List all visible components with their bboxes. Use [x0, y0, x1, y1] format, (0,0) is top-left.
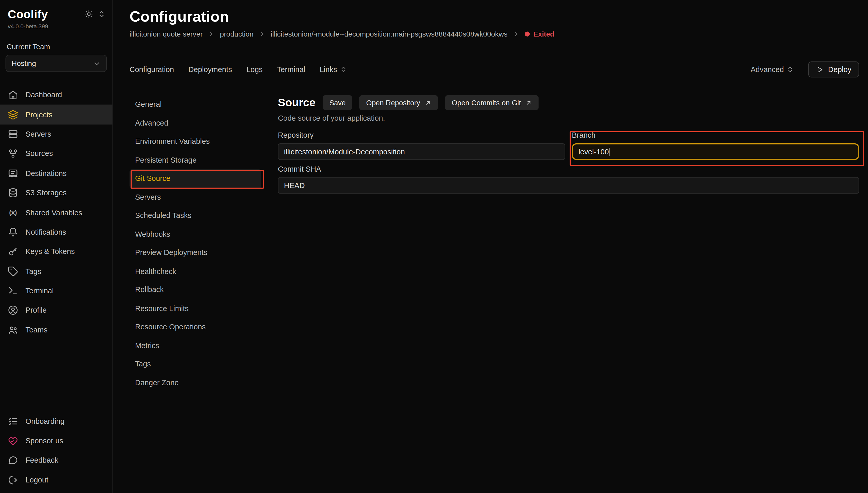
settings-item-healthcheck[interactable]: Healthcheck	[129, 262, 261, 280]
screenshot-stage: Coolify v4.0.0-beta.399 Current Team Hos…	[0, 0, 868, 493]
layers-icon	[8, 109, 18, 120]
open-commits-button[interactable]: Open Commits on Git	[445, 95, 538, 110]
team-select[interactable]: Hosting	[6, 55, 107, 72]
settings-item-webhooks[interactable]: Webhooks	[129, 225, 261, 243]
settings-item-preview-deployments[interactable]: Preview Deployments	[129, 243, 261, 262]
branch-field: Branch level-100	[572, 131, 859, 160]
settings-item-environment-variables[interactable]: Environment Variables	[129, 132, 261, 151]
tab-logs[interactable]: Logs	[246, 65, 262, 73]
settings-item-general[interactable]: General	[129, 95, 261, 114]
page-title: Configuration	[129, 0, 859, 26]
repository-label: Repository	[278, 131, 565, 140]
settings-item-resource-operations[interactable]: Resource Operations	[129, 318, 261, 336]
breadcrumb-project[interactable]: illicitonion quote server	[129, 30, 203, 38]
list-checks-icon	[8, 416, 18, 426]
external-link-icon	[424, 99, 431, 106]
chevron-down-icon	[93, 60, 101, 67]
settings-item-servers[interactable]: Servers	[129, 188, 261, 206]
save-button[interactable]: Save	[322, 95, 352, 110]
sidebar-item-label: Projects	[25, 110, 52, 119]
sidebar-footer-nav: Onboarding Sponsor us Feedback Logout	[0, 411, 112, 493]
sidebar-item-shared-variables[interactable]: (x) Shared Variables	[0, 203, 112, 222]
source-form: Repository Branch level-100 Commit SHA	[278, 131, 859, 194]
sidebar-item-label: Shared Variables	[25, 209, 82, 217]
settings-item-tags[interactable]: Tags	[129, 355, 261, 373]
sidebar-item-label: Feedback	[25, 456, 59, 465]
branch-input[interactable]: level-100	[572, 143, 859, 160]
settings-item-scheduled-tasks[interactable]: Scheduled Tasks	[129, 206, 261, 225]
sidebar-item-label: Onboarding	[25, 417, 65, 425]
sidebar-item-label: Teams	[25, 326, 48, 334]
sidebar-item-dashboard[interactable]: Dashboard	[0, 85, 112, 105]
settings-item-advanced[interactable]: Advanced	[129, 114, 261, 132]
status-badge: Exited	[525, 30, 554, 38]
logout-icon	[8, 475, 18, 485]
users-icon	[8, 325, 18, 335]
sidebar-item-label: Sources	[25, 150, 53, 158]
sidebar-item-label: Tags	[25, 267, 41, 275]
tab-links[interactable]: Links	[320, 65, 347, 73]
repository-field: Repository	[278, 131, 565, 160]
app-logo: Coolify	[8, 7, 48, 22]
coolify-app: Coolify v4.0.0-beta.399 Current Team Hos…	[0, 0, 868, 493]
sidebar-item-servers[interactable]: Servers	[0, 124, 112, 144]
key-icon	[8, 246, 18, 257]
advanced-dropdown[interactable]: Advanced	[750, 65, 794, 73]
destination-icon	[8, 168, 18, 178]
sidebar-item-keys-tokens[interactable]: Keys & Tokens	[0, 242, 112, 261]
sidebar-item-teams[interactable]: Teams	[0, 320, 112, 340]
chevron-right-icon	[258, 30, 266, 38]
settings-item-persistent-storage[interactable]: Persistent Storage	[129, 151, 261, 169]
deploy-button[interactable]: Deploy	[808, 62, 859, 78]
repository-input[interactable]	[278, 143, 565, 160]
sidebar-item-logout[interactable]: Logout	[0, 470, 112, 490]
sidebar-item-sponsor[interactable]: Sponsor us	[0, 431, 112, 451]
sidebar-item-terminal[interactable]: Terminal	[0, 281, 112, 301]
sidebar-item-destinations[interactable]: Destinations	[0, 164, 112, 183]
sidebar-nav: Dashboard Projects Servers Sources Desti…	[0, 85, 112, 340]
database-icon	[8, 188, 18, 198]
sidebar-item-s3-storages[interactable]: S3 Storages	[0, 183, 112, 203]
commit-sha-label: Commit SHA	[278, 165, 859, 174]
user-circle-icon	[8, 305, 18, 316]
settings-item-git-source[interactable]: Git Source	[129, 169, 261, 188]
breadcrumb: illicitonion quote server production ill…	[129, 30, 859, 38]
sidebar-item-notifications[interactable]: Notifications	[0, 222, 112, 242]
settings-item-metrics[interactable]: Metrics	[129, 336, 261, 355]
git-source-icon	[8, 148, 18, 159]
theme-sun-icon[interactable]	[85, 10, 93, 18]
open-repository-button[interactable]: Open Repository	[360, 95, 438, 110]
chevrons-up-down-icon	[340, 66, 347, 73]
status-label: Exited	[534, 30, 554, 38]
sidebar: Coolify v4.0.0-beta.399 Current Team Hos…	[0, 0, 113, 493]
tab-configuration[interactable]: Configuration	[129, 65, 174, 73]
sidebar-item-onboarding[interactable]: Onboarding	[0, 411, 112, 431]
text-caret	[609, 147, 610, 156]
commit-sha-input[interactable]	[278, 177, 859, 194]
settings-item-danger-zone[interactable]: Danger Zone	[129, 373, 261, 392]
breadcrumb-environment[interactable]: production	[220, 30, 254, 38]
sidebar-item-label: Destinations	[25, 169, 67, 177]
source-header: Source Save Open Repository Open Commits…	[278, 95, 859, 110]
server-icon	[8, 129, 18, 140]
app-version: v4.0.0-beta.399	[0, 22, 112, 29]
settings-item-resource-limits[interactable]: Resource Limits	[129, 299, 261, 318]
sidebar-item-sources[interactable]: Sources	[0, 144, 112, 164]
tab-terminal[interactable]: Terminal	[277, 65, 305, 73]
tab-deployments[interactable]: Deployments	[188, 65, 232, 73]
breadcrumb-application[interactable]: illicitestonion/-module--decomposition:m…	[271, 30, 507, 38]
team-select-value: Hosting	[12, 59, 36, 67]
external-link-icon	[525, 99, 532, 106]
sidebar-item-profile[interactable]: Profile	[0, 301, 112, 320]
settings-item-rollback[interactable]: Rollback	[129, 280, 261, 299]
sidebar-item-tags[interactable]: Tags	[0, 261, 112, 281]
chevrons-up-down-icon[interactable]	[97, 10, 106, 18]
sidebar-item-label: S3 Storages	[25, 189, 67, 197]
sidebar-item-projects[interactable]: Projects	[0, 105, 112, 124]
heart-icon	[8, 435, 18, 446]
terminal-icon	[8, 286, 18, 296]
status-dot	[525, 31, 529, 37]
commit-sha-field: Commit SHA	[278, 165, 859, 194]
sidebar-item-label: Profile	[25, 306, 47, 315]
sidebar-item-feedback[interactable]: Feedback	[0, 451, 112, 470]
